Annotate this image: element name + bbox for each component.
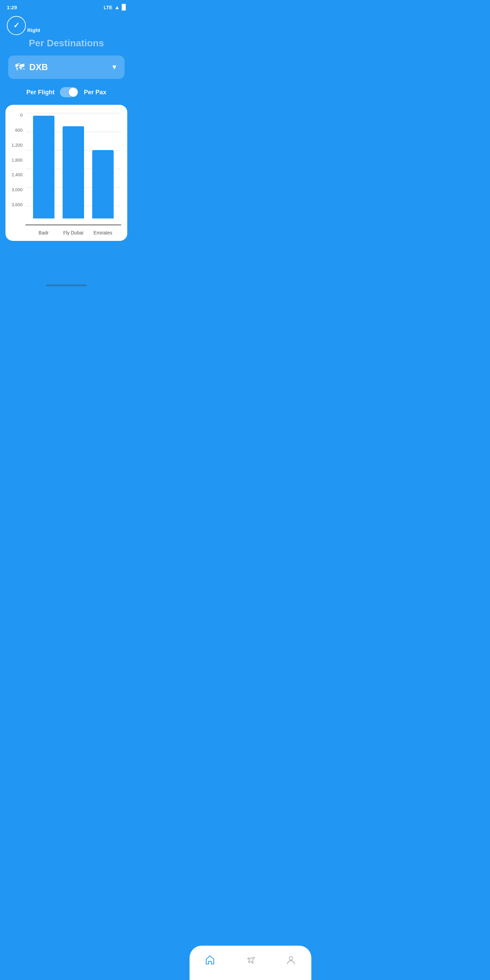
per-pax-label: Per Pax: [84, 89, 106, 96]
y-axis: 3,600 3,000 2,400 1,800 1,200 600 0: [11, 113, 23, 215]
airport-code: DXB: [29, 62, 48, 73]
per-flight-label: Per Flight: [26, 89, 54, 96]
dropdown-arrow-icon: ▼: [111, 63, 118, 71]
logo-area: ✓ Right: [0, 13, 133, 35]
lte-label: LTE: [104, 5, 112, 10]
y-label-5: 600: [11, 128, 23, 132]
chart-card: 3,600 3,000 2,400 1,800 1,200 600 0: [5, 105, 127, 241]
status-icons: LTE ▲ ▉: [104, 4, 126, 11]
page-title-text: Per Destinations: [29, 38, 104, 48]
x-label-badr: Badr: [29, 230, 59, 235]
airport-left: 🗺 DXB: [15, 62, 48, 73]
view-toggle[interactable]: [60, 87, 78, 97]
bar-badr: [33, 116, 54, 218]
y-label-4: 1,200: [11, 143, 23, 147]
y-label-3: 1,800: [11, 158, 23, 162]
bar-emirates: [92, 150, 114, 219]
home-indicator: [46, 285, 87, 286]
logo-circle: ✓: [7, 16, 26, 35]
toggle-row: Per Flight Per Pax: [0, 87, 133, 97]
map-icon: 🗺: [15, 62, 24, 73]
airport-selector[interactable]: 🗺 DXB ▼: [8, 56, 124, 79]
bar-flydubai: [63, 126, 84, 218]
bar-group-emirates: [88, 113, 118, 218]
y-label-6: 0: [11, 113, 23, 118]
x-labels: Badr Fly Dubai Emirates: [25, 229, 121, 235]
toggle-knob: [69, 88, 78, 97]
time-display: 1:29: [7, 5, 17, 10]
bars-container: [25, 113, 121, 229]
signal-icon: ▲: [115, 5, 120, 11]
bar-group-badr: [29, 113, 59, 218]
y-label-1: 3,000: [11, 188, 23, 192]
logo-check-icon: ✓: [13, 21, 19, 30]
bar-group-flydubai: [59, 113, 88, 218]
logo-text: Right: [27, 27, 40, 35]
x-label-flydubai: Fly Dubai: [59, 230, 88, 235]
battery-icon: ▉: [122, 4, 126, 11]
y-label-0: 3,600: [11, 202, 23, 207]
x-label-emirates: Emirates: [88, 230, 118, 235]
status-bar: 1:29 LTE ▲ ▉: [0, 0, 133, 13]
page-title: Per Destinations: [0, 38, 133, 49]
y-label-2: 2,400: [11, 172, 23, 177]
